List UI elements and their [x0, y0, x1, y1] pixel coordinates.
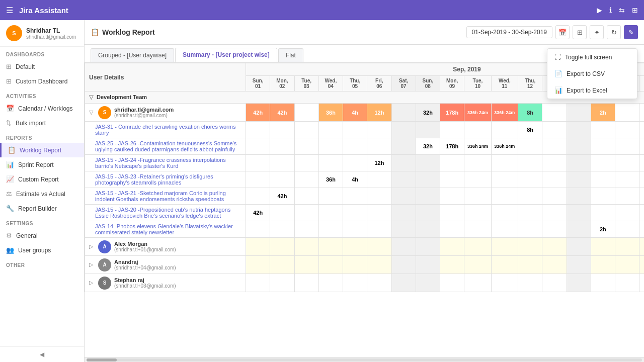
task-id[interactable]: JAS-14 [95, 223, 113, 229]
t-h-09: 178h [440, 138, 464, 155]
task-row-jas15-20: JAS-15 - JAS-20 -Propositioned cub's nut… [85, 205, 645, 221]
t-h-11 [491, 221, 518, 238]
t-h-05 [343, 205, 367, 221]
sidebar-item-user-groups[interactable]: 👥 User groups [0, 243, 84, 257]
day-col-01: Sun,01 [246, 76, 270, 92]
t-h-08: 32h [416, 138, 440, 155]
sidebar-item-custom-dashboard[interactable]: ⊞ Custom Dashboard [0, 74, 84, 88]
t-h-03 [294, 138, 318, 155]
t-h-12: 8h [518, 122, 542, 138]
sidebar-item-label: Custom Dashboard [16, 78, 67, 85]
chart-view-button[interactable]: ✦ [590, 25, 604, 39]
sidebar-item-estimate[interactable]: ⚖ Estimate vs Actual [0, 187, 84, 201]
horizontal-scrollbar[interactable] [85, 357, 644, 362]
video-icon[interactable]: ▶ [597, 6, 602, 14]
sidebar-item-label: Report Builder [18, 205, 57, 212]
t-h-05 [343, 138, 367, 155]
sidebar-item-bulk-import[interactable]: ⇅ Bulk import [0, 116, 84, 130]
date-range-button[interactable]: 01-Sep-2019 - 30-Sep-2019 [466, 26, 552, 38]
sidebar-item-general[interactable]: ⚙ General [0, 228, 84, 243]
grid-icon[interactable]: ⊞ [632, 6, 638, 14]
sidebar-item-sprint[interactable]: 📊 Sprint Report [0, 157, 84, 172]
h-11 [491, 256, 518, 274]
table-view-button[interactable]: ⊞ [573, 25, 587, 39]
sidebar-collapse-button[interactable]: ◀ [0, 346, 84, 362]
h-17 [639, 238, 644, 256]
t-h-02 [270, 122, 294, 138]
t-h-02 [270, 221, 294, 238]
t-h-09 [440, 205, 464, 221]
sidebar-item-label: Sprint Report [18, 161, 54, 168]
hours-01: 42h [246, 104, 270, 122]
tab-summary[interactable]: Summary - [User project wise] [175, 48, 277, 62]
avatar: S [6, 25, 22, 41]
tab-flat[interactable]: Flat [278, 48, 303, 62]
h-12 [518, 274, 542, 292]
export-button[interactable]: ✎ ⛶ Toggle full screen 📄 Export to CSV 📊 [624, 25, 638, 39]
t-h-04 [318, 138, 343, 155]
t-h-01 [246, 155, 270, 171]
export-excel-item[interactable]: 📊 Export to Excel [547, 82, 637, 99]
h-09 [440, 256, 464, 274]
task-id[interactable]: JAS-15 - JAS-23 [95, 173, 136, 179]
dropdown-item-label: Toggle full screen [565, 54, 612, 61]
t-h-08 [416, 205, 440, 221]
sidebar-item-worklog[interactable]: 📋 Worklog Report [0, 143, 84, 157]
t-h-01 [246, 122, 270, 138]
user-info: Shridhar TL shridhar.tl@gmail.com [26, 27, 76, 40]
t-h-02: 42h [270, 188, 294, 205]
scrollbar-thumb[interactable] [87, 358, 117, 361]
t-h-10 [464, 155, 491, 171]
user-expand-icon[interactable]: ▷ [89, 243, 93, 250]
task-id[interactable]: JAS-15 - JAS-21 [95, 190, 136, 196]
h-14 [567, 256, 591, 274]
sidebar-item-calendar[interactable]: 📅 Calendar / Worklogs [0, 101, 84, 116]
t-h-09 [440, 122, 464, 138]
t-h-10 [464, 171, 491, 188]
export-csv-item[interactable]: 📄 Export to CSV [547, 65, 637, 82]
t-h-12 [518, 188, 542, 205]
scrollbar-track [87, 358, 642, 361]
h-06 [367, 256, 391, 274]
t-h-05 [343, 155, 367, 171]
t-h-12 [518, 221, 542, 238]
tab-grouped[interactable]: Grouped - [User daywise] [91, 48, 174, 62]
day-col-05: Thu,05 [343, 76, 367, 92]
sidebar-item-label: General [16, 232, 38, 239]
h-04 [318, 256, 343, 274]
section-chevron-icon[interactable]: ▽ [89, 94, 93, 100]
task-id[interactable]: JAS-15 - JAS-20 [95, 207, 136, 213]
hamburger-icon[interactable]: ☰ [6, 6, 13, 15]
info-icon[interactable]: ℹ [609, 6, 612, 14]
sidebar-item-custom-report[interactable]: 📈 Custom Report [0, 172, 84, 187]
other-section-title: OTHER [0, 257, 84, 270]
reports-section-title: REPORTS [0, 130, 84, 143]
h-17 [639, 274, 644, 292]
t-h-10 [464, 188, 491, 205]
sidebar-item-report-builder[interactable]: 🔧 Report Builder [0, 201, 84, 216]
calendar-icon: 📅 [6, 105, 14, 112]
calendar-view-button[interactable]: 📅 [555, 25, 570, 39]
t-h-16 [615, 155, 639, 171]
task-id[interactable]: JAS-31 [95, 124, 113, 130]
sidebar-item-default[interactable]: ⊞ Default [0, 59, 84, 74]
t-h-07 [391, 138, 416, 155]
user-expand-icon[interactable]: ▷ [89, 280, 93, 286]
user-expand-icon[interactable]: ▽ [89, 109, 93, 116]
refresh-button[interactable]: ↻ [607, 25, 621, 39]
t-h-17 [639, 138, 644, 155]
task-id[interactable]: JAS-15 - JAS-24 [95, 157, 136, 163]
share-icon[interactable]: ⇆ [619, 6, 625, 14]
h-05 [343, 256, 367, 274]
sidebar-item-label: Bulk import [16, 120, 46, 127]
task-row-jas25-26: JAS-25 - JAS-26 -Contamination tenuousne… [85, 138, 645, 155]
t-h-14 [567, 205, 591, 221]
t-h-15 [591, 155, 615, 171]
user-expand-icon[interactable]: ▷ [89, 261, 93, 268]
activities-section-title: ACTIVITIES [0, 88, 84, 101]
day-col-07: Sat,07 [391, 76, 416, 92]
toggle-fullscreen-item[interactable]: ⛶ Toggle full screen [547, 49, 637, 65]
user-details-cell: ▽ S shridhar.tl@gmail.com (shridhar.tl@g… [85, 104, 246, 122]
t-h-10: 336h 24m [464, 138, 491, 155]
task-id[interactable]: JAS-25 - JAS-26 [95, 140, 136, 146]
